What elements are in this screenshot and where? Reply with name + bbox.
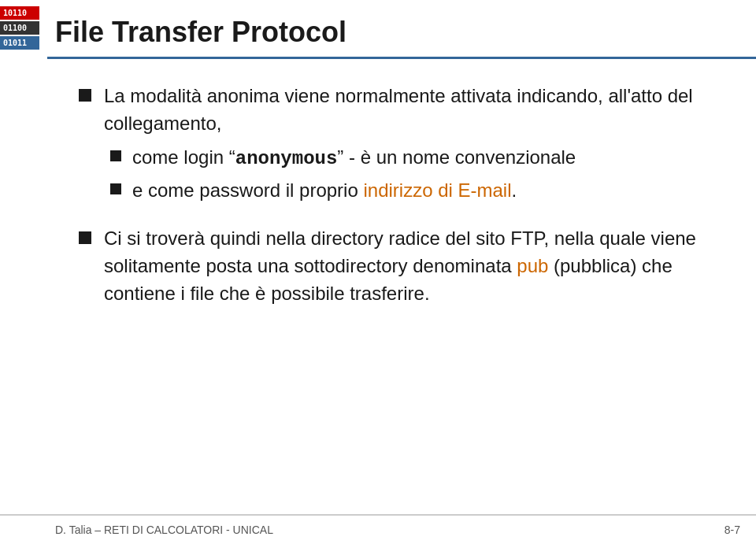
list-item-1b: e come password il proprio indirizzo di … [110,177,709,205]
bullet-icon-1a [110,150,121,161]
indirizzo-text: indirizzo di E-mail [363,179,511,201]
footer: D. Talia – RETI DI CALCOLATORI - UNICAL … [0,514,756,544]
bullet-icon-2 [79,231,91,244]
list-item-2: Ci si troverà quindi nella directory rad… [79,225,709,307]
left-bar: 10110 01100 01011 [0,0,47,544]
footer-right: 8-7 [724,524,740,536]
anonymous-text: anonymous [235,148,338,169]
binary-block-1: 10110 [0,6,39,20]
list-item-1a: come login “anonymous” - è un nome conve… [110,144,709,173]
binary-block-2: 01100 [0,21,39,35]
bullet-icon-1 [79,89,91,102]
header: File Transfer Protocol [0,0,756,59]
binary-block-3: 01011 [0,36,39,50]
pub-text: pub [517,255,548,276]
slide: 10110 01100 01011 File Transfer Protocol… [0,0,756,544]
bullet-list-2: Ci si troverà quindi nella directory rad… [79,225,709,313]
bullet-1-text: La modalità anonima viene normalmente at… [104,83,709,138]
bullet-1a-text: come login “anonymous” - è un nome conve… [132,144,576,173]
footer-left: D. Talia – RETI DI CALCOLATORI - UNICAL [55,524,273,536]
page-title: File Transfer Protocol [55,16,740,49]
bullet-1b-text: e come password il proprio indirizzo di … [132,177,517,205]
section-gap [79,209,709,225]
main-content: La modalità anonima viene normalmente at… [0,59,756,544]
bullet-2-text: Ci si troverà quindi nella directory rad… [104,225,709,307]
list-item-1: La modalità anonima viene normalmente at… [79,83,709,138]
bullet-icon-1b [110,183,121,194]
bullet-list: La modalità anonima viene normalmente at… [79,83,709,209]
